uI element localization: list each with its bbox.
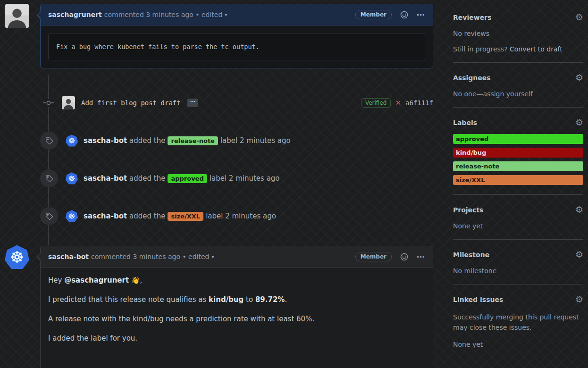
smiley-icon[interactable] bbox=[400, 253, 408, 261]
event-suffix-text: label 2 minutes ago bbox=[210, 174, 280, 183]
chevron-down-icon[interactable]: ▾ bbox=[225, 12, 227, 17]
sidebar-divider bbox=[453, 107, 583, 108]
tag-icon bbox=[40, 169, 58, 187]
comment-sascha-bot: sascha-bot commented 3 minutes ago • edi… bbox=[40, 246, 433, 368]
avatar-saschagrunert[interactable] bbox=[5, 4, 29, 28]
label-chip[interactable]: approved bbox=[168, 174, 207, 183]
sidebar-label[interactable]: size/XXL bbox=[453, 175, 583, 185]
projects-empty-text: None yet bbox=[453, 222, 583, 230]
gear-icon[interactable]: ⚙ bbox=[575, 250, 583, 259]
kebab-menu-icon[interactable]: ⋯ bbox=[417, 10, 425, 19]
threshold-paragraph: A release note with the kind/bug needs a… bbox=[48, 315, 425, 323]
event-action-text: added the bbox=[129, 136, 165, 145]
tag-icon bbox=[40, 207, 58, 225]
reviewers-empty-text: No reviews bbox=[453, 30, 583, 37]
event-actor-link[interactable]: sascha-bot bbox=[84, 136, 127, 145]
label-event-row: ☸ sascha-bot added the size/XXL label 2 … bbox=[40, 207, 433, 226]
event-actor-link[interactable]: sascha-bot bbox=[84, 212, 127, 220]
git-commit-icon bbox=[43, 99, 54, 107]
avatar-sascha-bot[interactable]: ☸ bbox=[66, 172, 78, 184]
label-event-row: ☸ sascha-bot added the approved label 2 … bbox=[40, 169, 433, 188]
sidebar-section-assignees: Assignees ⚙ No one—assign yourself bbox=[453, 73, 583, 98]
comment-arrow bbox=[37, 11, 41, 18]
sidebar-section-milestone: Milestone ⚙ No milestone bbox=[453, 250, 583, 275]
chevron-down-icon[interactable]: ▾ bbox=[211, 254, 214, 259]
avatar-sascha-bot[interactable]: ☸ bbox=[66, 134, 78, 147]
milestone-heading: Milestone bbox=[453, 251, 489, 259]
sidebar-divider bbox=[453, 62, 583, 63]
linked-issues-heading: Linked issues bbox=[453, 296, 503, 303]
comment-meta: commented 3 minutes ago • edited bbox=[104, 11, 223, 18]
commit-author-avatar[interactable] bbox=[62, 96, 75, 109]
comment-saschagrunert: saschagrunert commented 3 minutes ago • … bbox=[40, 4, 433, 68]
gear-icon[interactable]: ⚙ bbox=[575, 205, 583, 214]
member-badge: Member bbox=[355, 10, 392, 19]
event-suffix-text: label 2 minutes ago bbox=[220, 136, 291, 145]
sidebar-section-reviewers: Reviewers ⚙ No reviews Still in progress… bbox=[453, 13, 583, 53]
mention-link[interactable]: @saschagrunert bbox=[64, 276, 129, 284]
gear-icon[interactable]: ⚙ bbox=[575, 13, 583, 22]
label-chip[interactable]: release-note bbox=[168, 136, 218, 145]
commit-expander-button[interactable]: ⋯ bbox=[187, 99, 198, 107]
projects-heading: Projects bbox=[453, 206, 483, 214]
person-photo-icon bbox=[62, 96, 75, 109]
assignees-empty-text: No one—assign yourself bbox=[453, 90, 583, 98]
event-action-text: added the bbox=[129, 174, 165, 183]
sidebar-label[interactable]: approved bbox=[453, 134, 583, 144]
sidebar-section-linked-issues: Linked issues ⚙ Successfully merging thi… bbox=[453, 295, 583, 348]
sidebar-divider bbox=[453, 194, 583, 195]
greeting-paragraph: Hey @saschagrunert 👋, bbox=[48, 276, 425, 284]
closing-paragraph: I added the label for you. bbox=[48, 334, 425, 343]
comment-author-link[interactable]: saschagrunert bbox=[48, 11, 102, 18]
sidebar-section-labels: Labels ⚙ approved kind/bug release-note … bbox=[453, 118, 583, 185]
comment-author-link[interactable]: sascha-bot bbox=[48, 253, 89, 260]
linked-issues-empty-text: None yet bbox=[453, 341, 583, 348]
reviewers-hint: Still in progress? Convert to draft bbox=[453, 45, 583, 53]
commit-message-link[interactable]: Add first blog post draft bbox=[81, 99, 181, 107]
gear-icon[interactable]: ⚙ bbox=[575, 73, 583, 82]
comment-arrow bbox=[37, 253, 41, 260]
labels-heading: Labels bbox=[453, 119, 477, 126]
sidebar-label[interactable]: release-note bbox=[453, 161, 583, 171]
status-failed-x-icon[interactable]: ✕ bbox=[395, 99, 401, 107]
linked-issues-desc: Successfully merging this pull request m… bbox=[453, 312, 583, 333]
avatar-sascha-bot[interactable]: ☸ bbox=[5, 245, 29, 269]
release-note-code-block: Fix a bug where kubenet fails to parse t… bbox=[48, 33, 425, 60]
milestone-empty-text: No milestone bbox=[453, 267, 583, 275]
tag-icon bbox=[40, 132, 58, 150]
comment-header: sascha-bot commented 3 minutes ago • edi… bbox=[41, 246, 433, 268]
comment-meta: commented 3 minutes ago • edited bbox=[91, 253, 210, 260]
sidebar: Reviewers ⚙ No reviews Still in progress… bbox=[453, 0, 583, 348]
smiley-icon[interactable] bbox=[400, 11, 408, 19]
event-action-text: added the bbox=[129, 212, 165, 220]
commit-hash-link[interactable]: a6f111f bbox=[405, 99, 433, 107]
gear-icon[interactable]: ⚙ bbox=[575, 295, 583, 304]
label-event-row: ☸ sascha-bot added the release-note labe… bbox=[40, 131, 433, 150]
prediction-paragraph: I predicted that this release note quali… bbox=[48, 295, 425, 304]
comment-body: Fix a bug where kubenet fails to parse t… bbox=[41, 25, 433, 68]
event-suffix-text: label 2 minutes ago bbox=[206, 212, 276, 220]
convert-to-draft-link[interactable]: Convert to draft bbox=[510, 45, 563, 53]
avatar-sascha-bot[interactable]: ☸ bbox=[66, 210, 78, 222]
member-badge: Member bbox=[355, 252, 392, 261]
sidebar-section-projects: Projects ⚙ None yet bbox=[453, 205, 583, 230]
comment-body: Hey @saschagrunert 👋, I predicted that t… bbox=[41, 268, 433, 343]
assignees-heading: Assignees bbox=[453, 74, 491, 82]
verified-badge[interactable]: Verified bbox=[361, 98, 391, 108]
comment-header: saschagrunert commented 3 minutes ago • … bbox=[41, 4, 433, 25]
sidebar-divider bbox=[453, 239, 583, 240]
reviewers-heading: Reviewers bbox=[453, 14, 491, 21]
event-actor-link[interactable]: sascha-bot bbox=[84, 174, 127, 183]
commit-event-row: Add first blog post draft ⋯ Verified ✕ a… bbox=[40, 94, 433, 112]
sidebar-label[interactable]: kind/bug bbox=[453, 148, 583, 158]
person-photo-icon bbox=[5, 4, 29, 28]
kebab-menu-icon[interactable]: ⋯ bbox=[417, 252, 425, 261]
gear-icon[interactable]: ⚙ bbox=[575, 118, 583, 127]
sidebar-divider bbox=[453, 284, 583, 284]
label-chip[interactable]: size/XXL bbox=[168, 212, 203, 221]
